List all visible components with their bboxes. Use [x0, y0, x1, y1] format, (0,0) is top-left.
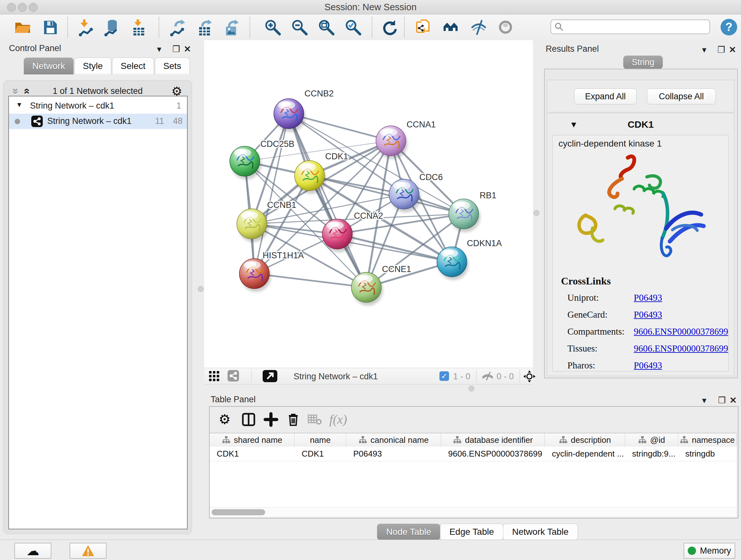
network-node-cdkn1a[interactable]: CDKN1A [437, 239, 502, 280]
panel-float-icon[interactable]: ❐ [172, 44, 180, 54]
network-node-ccne1[interactable]: CCNE1 [351, 264, 411, 306]
search-input[interactable] [564, 22, 699, 32]
table-float-icon[interactable]: ❐ [718, 395, 726, 406]
network-node-ccnb2[interactable]: CCNB2 [274, 89, 334, 132]
network-node-rb1[interactable]: RB1 [449, 191, 496, 232]
cloud-button[interactable]: ☁ [14, 543, 51, 559]
export-image-button[interactable] [223, 18, 241, 37]
warnings-button[interactable] [70, 543, 107, 559]
tab-node-table[interactable]: Node Table [377, 523, 441, 540]
string-view-icon[interactable] [227, 370, 239, 381]
share-document-button[interactable] [415, 18, 433, 37]
network-edge[interactable] [254, 273, 366, 287]
table-cell[interactable]: CDK1 [210, 447, 294, 461]
import-database-button[interactable] [103, 18, 121, 37]
table-close-icon[interactable]: ✕ [730, 395, 737, 406]
string-results-tab[interactable]: String [623, 56, 663, 69]
crosslink-value-link[interactable]: 9606.ENSP00000378699 [634, 343, 728, 354]
import-table-button[interactable] [130, 18, 148, 37]
export-table-button[interactable] [196, 18, 214, 37]
show-all-button[interactable] [496, 18, 515, 37]
node-label: CDC25B [260, 139, 294, 149]
node-label: CCNB1 [267, 200, 296, 210]
table-row[interactable]: CDK1CDK1P064939606.ENSP00000378699cyclin… [210, 447, 737, 461]
refresh-button[interactable] [380, 18, 398, 37]
tab-edge-table[interactable]: Edge Table [440, 523, 503, 540]
right-splitter[interactable] [533, 40, 540, 384]
memory-button[interactable]: Memory [684, 543, 735, 559]
network-node-hist1h1a[interactable]: HIST1H1A [239, 251, 304, 292]
results-collapse-icon[interactable]: ▾ [702, 45, 706, 55]
network-node-cdc25b[interactable]: CDC25B [230, 139, 294, 179]
right-splitter-handle[interactable] [534, 210, 539, 216]
crosslink-value-link[interactable]: P06493 [634, 360, 662, 371]
table-card: ⚙ f(x) shared namenamecanonical namedata… [209, 406, 738, 518]
delete-column-trash-icon[interactable] [286, 412, 301, 427]
tab-select[interactable]: Select [112, 57, 154, 74]
table-horizontal-scrollbar[interactable] [210, 507, 737, 517]
table-cell[interactable]: 9606.ENSP00000378699 [441, 447, 545, 461]
network-node-ccna1[interactable]: CCNA1 [376, 120, 436, 159]
help-button[interactable]: ? [721, 19, 737, 36]
table-cell[interactable]: cyclin-dependent ... [545, 447, 625, 461]
open-in-window-button[interactable] [263, 370, 277, 382]
expand-all-button[interactable]: Expand All [574, 88, 636, 105]
crosshair-icon[interactable] [523, 370, 536, 384]
zoom-fit-button[interactable] [317, 18, 336, 37]
column-header-canonical-name[interactable]: canonical name [346, 433, 441, 447]
open-session-button[interactable] [13, 18, 32, 37]
add-column-icon[interactable] [263, 412, 279, 427]
network-edge[interactable] [254, 114, 289, 273]
table-cell[interactable]: P06493 [346, 447, 441, 461]
section-title[interactable]: CDK1 [547, 119, 734, 130]
houses-button[interactable] [443, 18, 461, 37]
network-row-selected[interactable]: String Network – cdk1 11 48 [9, 114, 187, 129]
tab-style[interactable]: Style [74, 57, 111, 74]
column-header--id[interactable]: @id [625, 433, 678, 447]
zoom-in-button[interactable] [264, 18, 282, 37]
left-splitter[interactable] [197, 40, 204, 540]
table-cell[interactable]: stringdb [678, 447, 737, 461]
network-edge[interactable] [289, 114, 366, 287]
tab-network-table[interactable]: Network Table [503, 523, 578, 540]
crosslink-label: Pharos: [567, 360, 595, 371]
collapse-all-button[interactable]: Collapse All [647, 88, 716, 105]
network-collection-row[interactable]: ▼ String Network – cdk1 1 [9, 98, 187, 114]
column-header-namespace[interactable]: namespace [678, 433, 737, 447]
scrollbar-thumb[interactable] [212, 509, 265, 515]
network-node-ccnb1[interactable]: CCNB1 [237, 200, 296, 242]
crosslink-value-link[interactable]: P06493 [634, 309, 662, 320]
table-options-gear-icon[interactable]: ⚙ [219, 412, 234, 427]
zoom-out-button[interactable] [290, 18, 309, 37]
export-network-button[interactable] [169, 18, 188, 37]
crosslink-value-link[interactable]: 9606.ENSP00000378699 [634, 326, 728, 337]
table-collapse-icon[interactable]: ▾ [702, 395, 706, 406]
column-header-name[interactable]: name [294, 433, 346, 447]
column-header-database-identifier[interactable]: database identifier [441, 433, 545, 447]
show-columns-icon[interactable] [241, 412, 256, 427]
column-header-shared-name[interactable]: shared name [210, 433, 294, 447]
tab-network[interactable]: Network [23, 57, 74, 74]
crosslink-value-link[interactable]: P06493 [634, 293, 662, 303]
panel-collapse-icon[interactable]: ▾ [157, 44, 161, 54]
tab-sets[interactable]: Sets [155, 57, 190, 74]
column-header-description[interactable]: description [545, 433, 625, 447]
save-session-button[interactable] [41, 18, 59, 37]
grid-view-icon[interactable] [208, 370, 221, 383]
results-float-icon[interactable]: ❐ [718, 45, 725, 55]
network-graph[interactable]: CCNB2 CCNA1 CDC25B CDK1 CDC6 [204, 40, 533, 368]
horizontal-splitter[interactable] [197, 384, 741, 393]
table-cell[interactable]: CDK1 [294, 447, 346, 461]
panel-close-icon[interactable]: ✕ [184, 44, 191, 54]
hide-selected-button[interactable] [470, 18, 488, 37]
horizontal-splitter-handle[interactable] [468, 386, 474, 391]
selected-checkbox-icon[interactable]: ✓ [440, 371, 449, 381]
import-network-button[interactable] [77, 18, 95, 37]
tree-expander-icon[interactable]: ▼ [16, 101, 23, 109]
network-canvas[interactable]: CCNB2 CCNA1 CDC25B CDK1 CDC6 [204, 40, 533, 368]
table-cell[interactable]: stringdb:9... [625, 447, 678, 461]
results-close-icon[interactable]: ✕ [729, 45, 736, 55]
zoom-selected-button[interactable] [344, 18, 362, 37]
search-box[interactable] [550, 19, 710, 34]
left-splitter-handle[interactable] [198, 286, 204, 292]
